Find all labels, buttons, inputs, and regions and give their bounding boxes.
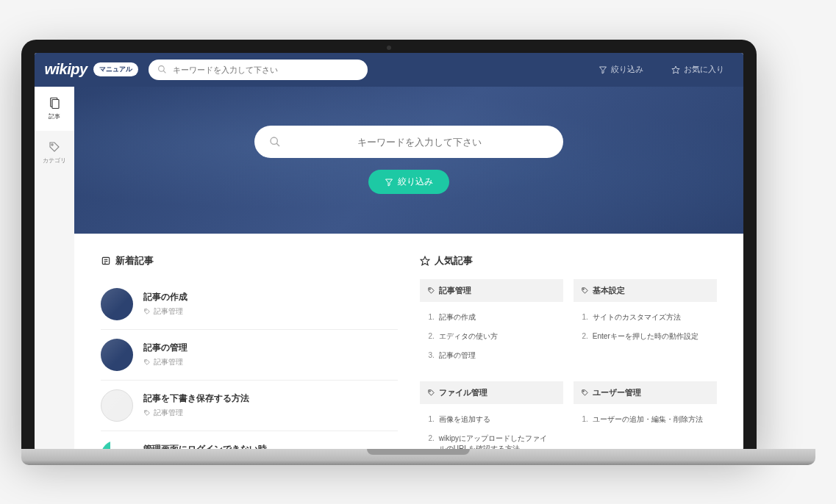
article-thumbnail — [101, 440, 133, 450]
article-title: 記事を下書き保存する方法 — [143, 392, 249, 405]
svg-line-8 — [276, 143, 279, 146]
favorite-label: お気に入り — [684, 64, 724, 75]
category-heading: 記事管理 — [420, 279, 563, 302]
category-heading: 基本設定 — [574, 279, 717, 302]
svg-marker-18 — [421, 256, 429, 265]
tag-icon — [581, 389, 589, 397]
star-icon — [671, 65, 680, 74]
svg-point-14 — [145, 310, 146, 311]
svg-marker-2 — [599, 67, 606, 73]
category-block: 基本設定 1.サイトのカスタマイズ方法2.Enterキーを押した時の動作設定 — [574, 279, 717, 371]
article-category: 記事管理 — [143, 357, 187, 367]
svg-line-1 — [163, 71, 165, 73]
article-row[interactable]: 管理画面にログインできない時 その他 — [101, 431, 398, 450]
tag-icon — [427, 389, 435, 397]
category-block: ファイル管理 1.画像を追加する2.wikipyにアップロードしたファイルのUR… — [420, 381, 563, 450]
category-item[interactable]: 1.画像を追加する — [423, 410, 560, 429]
category-block: ユーザー管理 1.ユーザーの追加・編集・削除方法 — [574, 381, 717, 450]
svg-point-7 — [271, 137, 277, 144]
category-item[interactable]: 2.wikipyにアップロードしたファイルのURLを確認する方法 — [423, 429, 560, 450]
filter-button[interactable]: 絞り込み — [590, 64, 652, 75]
logo-badge: マニュアル — [93, 62, 138, 76]
logo[interactable]: wikipy マニュアル — [45, 61, 138, 78]
svg-point-0 — [158, 66, 164, 72]
category-item[interactable]: 1.ユーザーの追加・編集・削除方法 — [576, 410, 714, 429]
category-heading: ファイル管理 — [420, 381, 563, 404]
filter-icon — [599, 65, 607, 74]
hero-search[interactable] — [254, 126, 563, 158]
sidebar-item-categories[interactable]: カテゴリ — [35, 131, 74, 175]
category-block: 記事管理 1.記事の作成2.エディタの使い方3.記事の管理 — [420, 279, 563, 371]
category-item[interactable]: 1.サイトのカスタマイズ方法 — [576, 308, 714, 327]
hero-filter-button[interactable]: 絞り込み — [368, 170, 449, 194]
svg-point-19 — [429, 288, 429, 289]
tag-icon — [143, 409, 151, 417]
sidebar-item-label: 記事 — [49, 112, 60, 120]
top-search-input[interactable] — [173, 65, 359, 74]
main-content: 絞り込み 新着記事 記事の作成 — [74, 87, 743, 450]
search-icon — [157, 65, 167, 74]
svg-marker-9 — [385, 179, 392, 186]
svg-point-20 — [582, 288, 583, 289]
top-search[interactable] — [149, 60, 368, 80]
filter-label: 絞り込み — [611, 64, 643, 75]
svg-point-16 — [145, 411, 146, 412]
category-item[interactable]: 3.記事の管理 — [423, 346, 560, 365]
tag-icon — [427, 287, 435, 295]
svg-rect-5 — [52, 100, 59, 109]
logo-text: wikipy — [45, 61, 87, 78]
favorite-button[interactable]: お気に入り — [662, 64, 733, 75]
article-row[interactable]: 記事の作成 記事管理 — [101, 279, 398, 330]
svg-point-22 — [582, 390, 583, 391]
new-articles-heading: 新着記事 — [101, 254, 398, 267]
search-icon — [269, 136, 281, 148]
article-thumbnail — [101, 339, 133, 371]
category-item[interactable]: 2.Enterキーを押した時の動作設定 — [576, 327, 714, 346]
svg-point-15 — [145, 361, 146, 361]
svg-marker-3 — [672, 66, 679, 73]
list-icon — [101, 256, 111, 266]
article-title: 記事の管理 — [143, 342, 187, 354]
article-row[interactable]: 記事を下書き保存する方法 記事管理 — [101, 381, 398, 431]
sidebar-item-articles[interactable]: 記事 — [35, 87, 74, 131]
tag-icon — [581, 287, 589, 295]
hero-search-input[interactable] — [291, 137, 549, 148]
article-title: 記事の作成 — [143, 291, 187, 303]
svg-point-6 — [51, 144, 52, 145]
article-row[interactable]: 記事の管理 記事管理 — [101, 330, 398, 381]
category-heading: ユーザー管理 — [574, 381, 717, 404]
filter-icon — [385, 178, 393, 187]
tag-icon — [143, 359, 151, 366]
hero: 絞り込み — [74, 87, 743, 234]
topbar: wikipy マニュアル 絞り込み お気に入り — [35, 53, 743, 87]
popular-articles-heading: 人気記事 — [420, 254, 717, 267]
document-icon — [48, 96, 61, 109]
article-category: 記事管理 — [143, 306, 187, 317]
hero-filter-label: 絞り込み — [398, 176, 433, 188]
sidebar-item-label: カテゴリ — [43, 156, 66, 165]
article-category: 記事管理 — [143, 408, 249, 418]
category-item[interactable]: 1.記事の作成 — [423, 308, 560, 327]
svg-point-21 — [429, 390, 429, 391]
sidebar: 記事 カテゴリ — [35, 87, 74, 450]
star-icon — [420, 256, 430, 266]
article-thumbnail — [101, 389, 133, 422]
tag-icon — [143, 308, 151, 315]
category-item[interactable]: 2.エディタの使い方 — [423, 327, 560, 346]
tag-icon — [48, 140, 61, 154]
article-thumbnail — [101, 288, 133, 320]
